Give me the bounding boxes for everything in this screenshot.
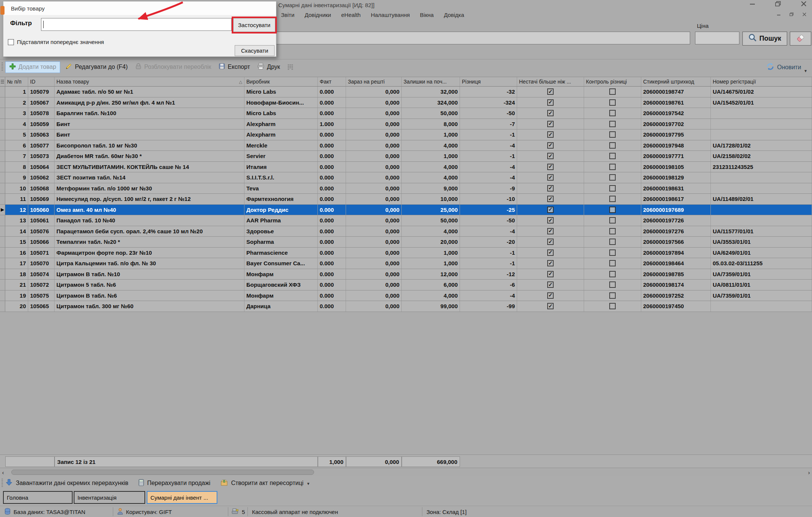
- horizontal-scrollbar[interactable]: ‹ ›: [0, 469, 812, 476]
- refresh-dropdown-icon[interactable]: ▼: [804, 69, 807, 73]
- scrollbar-thumb[interactable]: [11, 470, 314, 475]
- control-checkbox[interactable]: [609, 281, 616, 288]
- table-row[interactable]: 5105063БинтAlexpharm0.0000,0001,000-1206…: [0, 129, 812, 140]
- create-regrading-act-button[interactable]: Створити акт пересортиці ▼: [220, 479, 310, 488]
- price-input[interactable]: [695, 32, 739, 44]
- column-header[interactable]: Стикерний штрихкод: [641, 77, 711, 86]
- shortage-checkbox[interactable]: [547, 88, 554, 95]
- table-row[interactable]: 21105072Цитрамон 5 табл. №6Борщаговский …: [0, 280, 812, 290]
- control-checkbox[interactable]: [609, 110, 616, 116]
- shortage-checkbox[interactable]: [547, 164, 554, 170]
- column-header[interactable]: Виробник: [244, 77, 318, 86]
- mdi-close-icon[interactable]: [802, 11, 807, 18]
- table-row[interactable]: 8105064ЗЕСТ МУЛЬТИВИТАМИН. КОКТЕЙЛЬ саше…: [0, 162, 812, 173]
- table-row[interactable]: 13105061Панадол таб. 10 №40AAR Pharma0.0…: [0, 215, 812, 226]
- menu-item[interactable]: eHealth: [341, 12, 361, 18]
- minimize-icon[interactable]: [750, 1, 756, 6]
- table-row[interactable]: 14105076Парацетамол беби сусп. орал. 2,4…: [0, 226, 812, 237]
- filter-input[interactable]: [41, 18, 232, 31]
- control-checkbox[interactable]: [609, 174, 616, 181]
- shortage-checkbox[interactable]: [547, 110, 554, 116]
- tab-inventory[interactable]: Інвентаризація: [74, 491, 145, 504]
- shortage-checkbox[interactable]: [547, 207, 554, 213]
- load-recounts-button[interactable]: Завантажити дані окремих перерахунків: [5, 479, 128, 488]
- menu-item[interactable]: Налаштування: [371, 12, 410, 18]
- shortage-checkbox[interactable]: [547, 174, 554, 181]
- shortage-checkbox[interactable]: [547, 196, 554, 202]
- clear-search-button[interactable]: [790, 32, 811, 46]
- control-checkbox[interactable]: [609, 207, 616, 213]
- mdi-restore-icon[interactable]: [789, 11, 794, 18]
- table-row[interactable]: 17105070Цитра Кальцемин таб. п/о фл. № 3…: [0, 258, 812, 269]
- control-checkbox[interactable]: [609, 239, 616, 245]
- scroll-left-icon[interactable]: ‹: [0, 469, 6, 476]
- control-checkbox[interactable]: [609, 99, 616, 106]
- control-checkbox[interactable]: [609, 292, 616, 299]
- table-row[interactable]: 20105065Цитрамон табл. 300 мг №60Дарница…: [0, 301, 812, 312]
- unlock-recount-button[interactable]: Розблокувати переоблік: [135, 63, 211, 71]
- table-row[interactable]: ▶12105060Омез амп. 40 мл №40Доктор Редди…: [0, 205, 812, 216]
- bottom-toolbar-grip[interactable]: [2, 479, 3, 488]
- search-button[interactable]: Пошук: [742, 32, 787, 46]
- shortage-checkbox[interactable]: [547, 217, 554, 224]
- control-checkbox[interactable]: [609, 271, 616, 277]
- table-row[interactable]: 3105078Баралгин табл. №100Micro Labs0.00…: [0, 108, 812, 119]
- shortage-checkbox[interactable]: [547, 121, 554, 127]
- shortage-checkbox[interactable]: [547, 153, 554, 159]
- restore-icon[interactable]: [775, 1, 781, 6]
- table-row[interactable]: 16105071Фармацитрон форте пор. 23г №10Ph…: [0, 248, 812, 258]
- add-product-button[interactable]: Додати товар: [5, 61, 60, 73]
- refresh-button[interactable]: Оновити ▼: [766, 59, 807, 75]
- column-header[interactable]: Різниця: [460, 77, 517, 86]
- column-header[interactable]: Номер регістрації: [711, 77, 812, 86]
- control-checkbox[interactable]: [609, 153, 616, 159]
- control-checkbox[interactable]: [609, 88, 616, 95]
- menu-item[interactable]: Довідники: [305, 12, 331, 18]
- cancel-button[interactable]: Скасувати: [235, 45, 275, 56]
- close-icon[interactable]: [801, 1, 807, 6]
- table-row[interactable]: 7105073Диабетон MR табл. 60мг №30 *Servi…: [0, 151, 812, 162]
- table-row[interactable]: 2105067Амикацид р-р д/ин. 250 мг/мл фл. …: [0, 97, 812, 108]
- scroll-right-icon[interactable]: ›: [806, 469, 812, 476]
- shortage-checkbox[interactable]: [547, 131, 554, 138]
- shortage-checkbox[interactable]: [547, 99, 554, 106]
- control-checkbox[interactable]: [609, 196, 616, 202]
- table-row[interactable]: 6105077Бисопролол табл. 10 мг №30Merckle…: [0, 140, 812, 151]
- shortage-checkbox[interactable]: [547, 281, 554, 288]
- column-header[interactable]: Факт: [318, 77, 346, 86]
- control-checkbox[interactable]: [609, 228, 616, 234]
- table-row[interactable]: 1105079Адамакс табл. п/о 50 мг №1Micro L…: [0, 87, 812, 97]
- column-header[interactable]: ID: [28, 77, 55, 86]
- control-checkbox[interactable]: [609, 260, 616, 266]
- table-row[interactable]: 9105062ЗЕСТ позитив табл. №14S.I.I.T.S.r…: [0, 172, 812, 183]
- shortage-checkbox[interactable]: [547, 249, 554, 256]
- tab-main[interactable]: Головна: [3, 491, 73, 504]
- column-header[interactable]: Залишки на поч...: [402, 77, 460, 86]
- control-checkbox[interactable]: [609, 131, 616, 138]
- column-header[interactable]: № п/п: [5, 77, 28, 86]
- control-checkbox[interactable]: [609, 142, 616, 149]
- control-checkbox[interactable]: [609, 249, 616, 256]
- table-row[interactable]: 11105069Нимесулид пор. д/сусп. 100 мг/2 …: [0, 194, 812, 205]
- edit-button[interactable]: Редагувати до (F4): [65, 63, 127, 71]
- control-checkbox[interactable]: [609, 217, 616, 224]
- column-header[interactable]: Нестачі більше ніж ...: [517, 77, 584, 86]
- menu-item[interactable]: Вікна: [420, 12, 434, 18]
- control-checkbox[interactable]: [609, 303, 616, 309]
- act-dropdown-icon[interactable]: ▼: [307, 482, 310, 486]
- table-row[interactable]: 10105068Метформин табл. п/о 1000 мг №30T…: [0, 183, 812, 194]
- search-input[interactable]: [205, 32, 690, 44]
- print-button[interactable]: Друк: [257, 63, 280, 71]
- export-button[interactable]: Експорт: [219, 63, 250, 71]
- control-checkbox[interactable]: [609, 185, 616, 192]
- shortage-checkbox[interactable]: [547, 185, 554, 192]
- menu-item[interactable]: Звіти: [281, 12, 294, 18]
- tab-summary-data[interactable]: Сумарні дані інвент ...: [147, 491, 217, 504]
- table-row[interactable]: 18105074Цитрамон В табл. №10Монфарм0.000…: [0, 269, 812, 280]
- control-checkbox[interactable]: [609, 164, 616, 170]
- column-header[interactable]: Контроль різниці: [584, 77, 641, 86]
- shortage-checkbox[interactable]: [547, 228, 554, 234]
- toolbar-grip[interactable]: [2, 62, 3, 71]
- shortage-checkbox[interactable]: [547, 260, 554, 266]
- control-checkbox[interactable]: [609, 121, 616, 127]
